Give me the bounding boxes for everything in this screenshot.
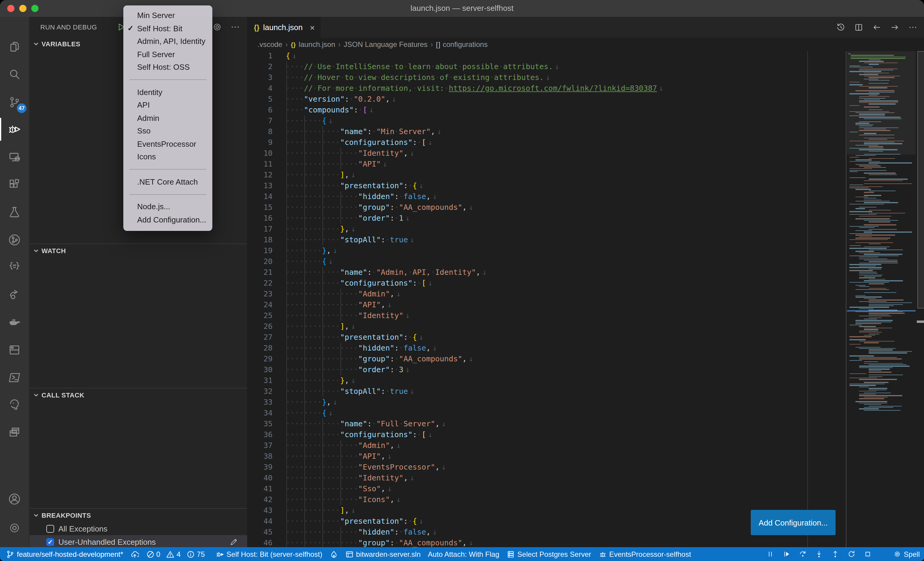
minimap-line bbox=[868, 353, 908, 353]
code-line-9: 9············"configurations":·[↓ bbox=[248, 137, 924, 148]
editor-scrollbar[interactable] bbox=[917, 51, 924, 547]
code-line-29: 29················"group":·"AA_compounds… bbox=[248, 353, 924, 364]
menu-item-min-server[interactable]: Min Server bbox=[123, 9, 212, 22]
breadcrumb-item-json-language-features[interactable]: JSON Language Features bbox=[344, 40, 428, 49]
activity-live-share[interactable] bbox=[0, 281, 29, 308]
status-auto-attach-with-flag[interactable]: Auto Attach: With Flag bbox=[424, 547, 503, 561]
breakpoint-row-all-exceptions[interactable]: All Exceptions bbox=[30, 522, 247, 535]
minimap-line bbox=[849, 226, 879, 227]
menu-item-icons[interactable]: Icons bbox=[123, 150, 212, 163]
debug-more-actions-button[interactable] bbox=[228, 20, 242, 34]
menu-item-node-js[interactable]: Node.js... bbox=[123, 200, 212, 213]
call-stack-section-header[interactable]: CALL STACK bbox=[30, 389, 247, 402]
menu-item-add-configuration[interactable]: Add Configuration... bbox=[123, 213, 212, 226]
status-step-over[interactable] bbox=[795, 550, 811, 558]
activity-gitlens[interactable] bbox=[0, 226, 29, 253]
line-number: 42 bbox=[248, 494, 273, 505]
code-line-35: 35············"name":·"Full·Server",↓ bbox=[248, 419, 924, 429]
sidebar-title: RUN AND DEBUG bbox=[40, 17, 97, 37]
minimap-line bbox=[868, 283, 885, 284]
status-self-host-bit-server-selfhost[interactable]: Self Host: Bit (server-selfhost) bbox=[212, 547, 326, 561]
live-share-icon bbox=[7, 287, 22, 302]
minimap-line bbox=[849, 340, 866, 340]
status-problems[interactable]: 0475 bbox=[142, 547, 212, 561]
add-configuration-button[interactable]: Add Configuration... bbox=[751, 510, 836, 535]
status-pause[interactable] bbox=[762, 550, 779, 558]
activity-search[interactable] bbox=[0, 61, 29, 88]
minimap-line bbox=[868, 95, 878, 96]
minimap-line bbox=[868, 302, 912, 303]
activity-testing[interactable] bbox=[0, 199, 29, 226]
status-feature-self-hosted-development[interactable]: feature/self-hosted-development* bbox=[2, 547, 127, 561]
activity-docker[interactable] bbox=[0, 309, 29, 335]
menu-item-self-host-oss[interactable]: Self Host: OSS bbox=[123, 61, 212, 74]
status-cloud-upload[interactable] bbox=[127, 547, 142, 561]
activity-settings-gear[interactable] bbox=[0, 515, 29, 541]
line-number: 21 bbox=[248, 267, 273, 278]
breadcrumb-item-launch-json[interactable]: launch.json bbox=[298, 40, 335, 49]
navigate-back-button[interactable] bbox=[870, 21, 883, 34]
menu-item-api[interactable]: API bbox=[123, 99, 212, 112]
checkbox-unchecked[interactable] bbox=[46, 525, 54, 533]
menu-item-label: Full Server bbox=[137, 50, 175, 59]
breakpoint-row-user-unhandled-exceptions[interactable]: ✓User-Unhandled Exceptions bbox=[30, 535, 247, 548]
menu-item-self-host-bit[interactable]: ✓Self Host: Bit bbox=[123, 22, 212, 35]
timeline-history-button[interactable] bbox=[834, 21, 847, 34]
activity-remote-explorer[interactable] bbox=[0, 144, 29, 170]
editor-more-actions-button[interactable] bbox=[906, 21, 919, 34]
minimap[interactable] bbox=[847, 51, 916, 547]
status-step-into[interactable] bbox=[811, 550, 828, 558]
chevron-down-icon bbox=[33, 41, 39, 47]
watch-section-header[interactable]: WATCH bbox=[30, 244, 247, 257]
status-step-out[interactable] bbox=[828, 550, 844, 558]
status-stop[interactable] bbox=[860, 550, 876, 558]
menu-item-sso[interactable]: Sso bbox=[123, 124, 212, 138]
minimap-line bbox=[864, 220, 898, 221]
storage-icon bbox=[7, 343, 22, 357]
scrollbar-thumb[interactable] bbox=[917, 51, 924, 308]
breakpoints-section-header[interactable]: BREAKPOINTS bbox=[30, 509, 247, 522]
breadcrumb-item-configurations[interactable]: configurations bbox=[443, 40, 488, 49]
breadcrumb-item-vscode[interactable]: .vscode bbox=[258, 40, 282, 49]
minimap-line bbox=[859, 98, 886, 99]
remote-explorer-icon bbox=[7, 150, 22, 164]
menu-item-net-core-attach[interactable]: .NET Core Attach bbox=[123, 175, 212, 188]
tab-launch-json[interactable]: {} launch.json × bbox=[248, 17, 321, 38]
status-eventsprocessor-selfhost[interactable]: EventsProcessor-selfhost bbox=[595, 547, 694, 561]
status-select-postgres-server[interactable]: Select Postgres Server bbox=[503, 547, 595, 561]
activity-storage[interactable] bbox=[0, 337, 29, 363]
activity-run-and-debug[interactable] bbox=[0, 116, 29, 143]
minimap-line bbox=[855, 196, 868, 197]
split-editor-button[interactable] bbox=[852, 21, 865, 34]
minimap-line bbox=[864, 192, 874, 193]
activity-window-stack[interactable] bbox=[0, 419, 29, 446]
close-tab-icon[interactable]: × bbox=[310, 22, 315, 32]
code-editor[interactable]: 1{↓2····//·Use·IntelliSense·to·learn·abo… bbox=[248, 51, 924, 547]
line-number: 11 bbox=[248, 159, 273, 169]
menu-item-admin[interactable]: Admin bbox=[123, 112, 212, 124]
status-continue[interactable] bbox=[779, 550, 795, 558]
activity-explorer[interactable] bbox=[0, 34, 29, 60]
minimap-line bbox=[859, 236, 872, 237]
activity-extensions[interactable] bbox=[0, 171, 29, 198]
minimap-line bbox=[849, 385, 876, 386]
activity-source-control[interactable]: 47 bbox=[0, 89, 29, 115]
code-line-1: 1{↓ bbox=[248, 51, 924, 61]
activity-powershell[interactable] bbox=[0, 364, 29, 390]
arrow-right-icon bbox=[890, 22, 900, 33]
menu-item-admin-api-identity[interactable]: Admin, API, Identity bbox=[123, 35, 212, 48]
status-restart[interactable] bbox=[844, 550, 860, 558]
status-bitwarden-server-sln[interactable]: bitwarden-server.sln bbox=[342, 547, 424, 561]
activity-braces-smiley[interactable] bbox=[0, 254, 29, 280]
status-problems-count: 4 bbox=[177, 550, 180, 558]
activity-accounts[interactable] bbox=[0, 486, 29, 512]
menu-item-eventsprocessor[interactable]: EventsProcessor bbox=[123, 138, 212, 150]
status-spell-gear-spell[interactable]: Spell bbox=[890, 550, 924, 558]
menu-item-full-server[interactable]: Full Server bbox=[123, 48, 212, 61]
activity-postgresql[interactable] bbox=[0, 392, 29, 418]
edit-breakpoint-button[interactable] bbox=[229, 537, 239, 546]
menu-item-identity[interactable]: Identity bbox=[123, 86, 212, 99]
navigate-forward-button[interactable] bbox=[888, 21, 901, 34]
checkbox-checked[interactable]: ✓ bbox=[46, 538, 54, 546]
status-flame[interactable] bbox=[326, 547, 342, 561]
